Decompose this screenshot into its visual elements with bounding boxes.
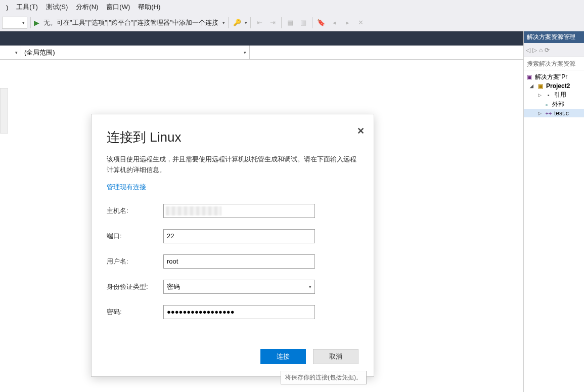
bookmark-icon[interactable]: 🔖 <box>316 17 327 28</box>
menu-item-analyze[interactable]: 分析(N) <box>72 2 102 13</box>
references-icon: ▪ <box>545 92 552 99</box>
scope-global-label: (全局范围) <box>24 48 55 57</box>
dialog-description: 该项目使用远程生成，并且需要使用远程计算机以托管生成和调试。请在下面输入远程计算… <box>107 154 358 176</box>
dialog-title: 连接到 Linux <box>107 128 358 146</box>
solution-explorer-panel: 解决方案资源管理 ◁ ▷ ⌂ ⟳ ▣ 解决方案"Pr ◢ ▣ Project2 … <box>523 31 584 392</box>
uncomment-icon: ▥ <box>298 17 309 28</box>
external-icon: ▫ <box>543 101 550 108</box>
close-icon[interactable]: ✕ <box>357 125 365 137</box>
host-label: 主机名: <box>107 206 163 215</box>
document-tab-strip: ▾ <box>0 31 584 46</box>
config-dropdown[interactable]: ▾ <box>2 17 27 29</box>
redacted-host <box>166 206 221 215</box>
vertical-tool-tab[interactable] <box>0 88 8 134</box>
password-label: 密码: <box>107 308 163 317</box>
expand-icon[interactable]: ◢ <box>530 83 535 89</box>
cpp-file-icon: ++ <box>545 110 552 117</box>
debug-target-text[interactable]: 无。可在"工具"|"选项"|"跨平台"|"连接管理器"中添加一个连接 <box>41 18 220 27</box>
manage-connections-link[interactable]: 管理现有连接 <box>107 183 146 192</box>
tree-external-node[interactable]: ▫ 外部 <box>524 100 584 109</box>
auth-label: 身份验证类型: <box>107 282 163 291</box>
host-input[interactable] <box>163 204 315 218</box>
solution-search-input[interactable] <box>524 57 584 70</box>
home-icon[interactable]: ⌂ <box>539 47 543 54</box>
scope-type-dropdown[interactable]: ▾ <box>0 46 21 59</box>
refresh-icon[interactable]: ⟳ <box>545 47 550 54</box>
tree-label: Project2 <box>546 82 570 90</box>
tree-file-node[interactable]: ▷ ++ test.c <box>524 109 584 117</box>
nav-forward-icon[interactable]: ▷ <box>532 47 537 54</box>
menu-item-window[interactable]: 窗口(W) <box>102 2 134 13</box>
main-toolbar: ▾ ▶ 无。可在"工具"|"选项"|"跨平台"|"连接管理器"中添加一个连接 ▾… <box>0 14 584 31</box>
solution-icon: ▣ <box>526 74 533 81</box>
save-connection-tooltip: 将保存你的连接(包括凭据)。 <box>281 371 367 384</box>
indent-increase-icon: ⇥ <box>267 17 278 28</box>
project-icon: ▣ <box>537 82 544 90</box>
username-input[interactable] <box>163 254 315 269</box>
scope-bar: ▾ (全局范围) ▾ ▾ <box>0 46 584 60</box>
connect-button[interactable]: 连接 <box>260 349 306 364</box>
menu-item-help[interactable]: 帮助(H) <box>134 2 164 13</box>
tree-solution-node[interactable]: ▣ 解决方案"Pr <box>524 72 584 82</box>
bookmark-prev-icon: ◂ <box>329 17 340 28</box>
chevron-down-icon[interactable]: ▾ <box>222 20 225 25</box>
menu-item-tools[interactable]: 工具(T) <box>12 2 42 13</box>
menu-item-partial[interactable]: ) <box>2 3 12 12</box>
solution-tree: ▣ 解决方案"Pr ◢ ▣ Project2 ▷ ▪ 引用 ▫ 外部 ▷ ++ … <box>524 70 584 119</box>
tree-references-node[interactable]: ▷ ▪ 引用 <box>524 90 584 100</box>
expand-icon[interactable]: ▷ <box>538 93 543 98</box>
bookmark-next-icon: ▸ <box>342 17 353 28</box>
tree-label: 引用 <box>554 91 566 99</box>
menu-item-test[interactable]: 测试(S) <box>42 2 72 13</box>
menu-bar: ) 工具(T) 测试(S) 分析(N) 窗口(W) 帮助(H) <box>0 0 584 14</box>
solution-explorer-title: 解决方案资源管理 <box>524 31 584 43</box>
tree-label: 外部 <box>552 100 564 109</box>
scope-global-dropdown[interactable]: (全局范围) ▾ <box>21 46 250 59</box>
tree-label: test.c <box>554 110 569 117</box>
solution-explorer-toolbar: ◁ ▷ ⌂ ⟳ <box>524 43 584 57</box>
tree-label: 解决方案"Pr <box>535 73 567 81</box>
port-label: 端口: <box>107 232 163 241</box>
key-icon[interactable]: 🔑 <box>232 17 243 28</box>
auth-type-select[interactable]: 密码 ▾ <box>163 280 315 294</box>
nav-back-icon[interactable]: ◁ <box>526 47 530 54</box>
port-input[interactable] <box>163 229 315 243</box>
chevron-down-icon[interactable]: ▾ <box>245 20 247 25</box>
tree-project-node[interactable]: ◢ ▣ Project2 <box>524 82 584 90</box>
bookmark-clear-icon: ✕ <box>355 17 366 28</box>
connect-to-linux-dialog: ✕ 连接到 Linux 该项目使用远程生成，并且需要使用远程计算机以托管生成和调… <box>91 114 374 377</box>
password-input[interactable] <box>163 305 315 319</box>
comment-icon: ▤ <box>285 17 296 28</box>
indent-decrease-icon: ⇤ <box>254 17 265 28</box>
play-icon[interactable]: ▶ <box>34 19 39 27</box>
expand-icon[interactable]: ▷ <box>538 111 543 116</box>
chevron-down-icon: ▾ <box>309 284 311 289</box>
cancel-button[interactable]: 取消 <box>313 349 358 364</box>
user-label: 用户名: <box>107 257 163 266</box>
auth-type-value: 密码 <box>167 282 180 291</box>
